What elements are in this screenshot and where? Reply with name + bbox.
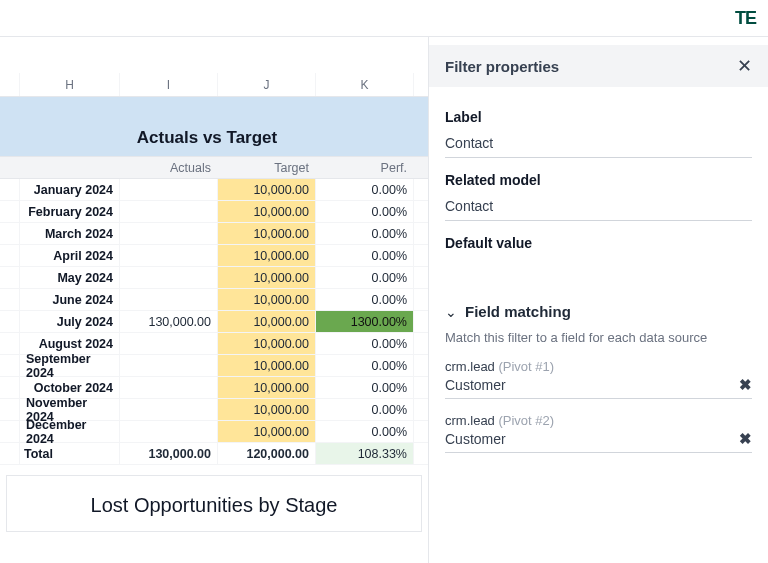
actuals-cell[interactable]: [120, 377, 218, 398]
perf-cell[interactable]: 0.00%: [316, 289, 414, 310]
data-row: May 202410,000.000.00%: [0, 267, 428, 289]
total-label[interactable]: Total: [20, 443, 120, 464]
month-cell[interactable]: July 2024: [20, 311, 120, 332]
related-model-group: Related model: [445, 172, 752, 221]
actuals-cell[interactable]: [120, 179, 218, 200]
remove-icon[interactable]: ✖: [739, 430, 752, 448]
default-value-group: Default value: [445, 235, 752, 251]
match-pivot: (Pivot #2): [498, 413, 554, 428]
related-model-label: Related model: [445, 172, 752, 188]
target-cell[interactable]: 10,000.00: [218, 223, 316, 244]
field-matching-header[interactable]: ⌄ Field matching: [445, 303, 752, 320]
match-value: Customer: [445, 431, 506, 447]
month-cell[interactable]: June 2024: [20, 289, 120, 310]
actuals-cell[interactable]: [120, 355, 218, 376]
main: H I J K Actuals vs Target Actuals Target…: [0, 37, 768, 563]
panel-body: Label Related model Default value ⌄ Fiel…: [429, 87, 768, 461]
target-cell[interactable]: 10,000.00: [218, 289, 316, 310]
grid-body: Actuals vs Target Actuals Target Perf. J…: [0, 97, 428, 563]
target-cell[interactable]: 10,000.00: [218, 179, 316, 200]
column-header[interactable]: K: [316, 73, 414, 96]
match-value: Customer: [445, 377, 506, 393]
total-target[interactable]: 120,000.00: [218, 443, 316, 464]
perf-cell[interactable]: 0.00%: [316, 179, 414, 200]
month-cell[interactable]: February 2024: [20, 201, 120, 222]
remove-icon[interactable]: ✖: [739, 376, 752, 394]
topbar: TE: [0, 0, 768, 36]
month-cell[interactable]: May 2024: [20, 267, 120, 288]
target-cell[interactable]: 10,000.00: [218, 267, 316, 288]
chevron-down-icon: ⌄: [445, 304, 457, 320]
match-title: crm.lead (Pivot #2): [445, 413, 752, 428]
app-logo: TE: [735, 8, 756, 29]
label-field-group: Label: [445, 109, 752, 158]
label-input[interactable]: [445, 131, 752, 158]
sub-header-row: Actuals Target Perf.: [0, 157, 428, 179]
month-cell[interactable]: September 2024: [20, 355, 120, 376]
data-row: June 202410,000.000.00%: [0, 289, 428, 311]
actuals-cell[interactable]: [120, 201, 218, 222]
target-cell[interactable]: 10,000.00: [218, 355, 316, 376]
actuals-cell[interactable]: [120, 421, 218, 442]
target-cell[interactable]: 10,000.00: [218, 245, 316, 266]
match-row[interactable]: Customer✖: [445, 428, 752, 453]
data-row: March 202410,000.000.00%: [0, 223, 428, 245]
field-match-group: crm.lead (Pivot #1)Customer✖: [445, 359, 752, 399]
total-perf[interactable]: 108.33%: [316, 443, 414, 464]
field-matching-desc: Match this filter to a field for each da…: [445, 330, 752, 345]
perf-cell[interactable]: 0.00%: [316, 355, 414, 376]
data-row: December 202410,000.000.00%: [0, 421, 428, 443]
perf-cell[interactable]: 0.00%: [316, 245, 414, 266]
match-model: crm.lead: [445, 413, 495, 428]
chart-card[interactable]: Lost Opportunities by Stage: [6, 475, 422, 532]
month-cell[interactable]: April 2024: [20, 245, 120, 266]
column-header[interactable]: I: [120, 73, 218, 96]
column-headers: H I J K: [0, 73, 428, 97]
total-actuals[interactable]: 130,000.00: [120, 443, 218, 464]
month-cell[interactable]: March 2024: [20, 223, 120, 244]
close-icon[interactable]: ✕: [737, 55, 752, 77]
match-row[interactable]: Customer✖: [445, 374, 752, 399]
perf-cell[interactable]: 0.00%: [316, 421, 414, 442]
actuals-cell[interactable]: [120, 333, 218, 354]
month-cell[interactable]: December 2024: [20, 421, 120, 442]
target-cell[interactable]: 10,000.00: [218, 399, 316, 420]
actuals-cell[interactable]: [120, 245, 218, 266]
data-row: February 202410,000.000.00%: [0, 201, 428, 223]
target-cell[interactable]: 10,000.00: [218, 311, 316, 332]
actuals-cell[interactable]: [120, 223, 218, 244]
target-cell[interactable]: 10,000.00: [218, 333, 316, 354]
column-header[interactable]: H: [20, 73, 120, 96]
actuals-cell[interactable]: [120, 267, 218, 288]
match-title: crm.lead (Pivot #1): [445, 359, 752, 374]
chart-title: Lost Opportunities by Stage: [91, 494, 338, 516]
data-row: September 202410,000.000.00%: [0, 355, 428, 377]
target-cell[interactable]: 10,000.00: [218, 377, 316, 398]
column-header-blank[interactable]: [0, 73, 20, 96]
perf-cell[interactable]: 0.00%: [316, 399, 414, 420]
total-row: Total 130,000.00 120,000.00 108.33%: [0, 443, 428, 465]
target-cell[interactable]: 10,000.00: [218, 201, 316, 222]
target-cell[interactable]: 10,000.00: [218, 421, 316, 442]
spreadsheet-pane: H I J K Actuals vs Target Actuals Target…: [0, 37, 428, 563]
month-cell[interactable]: January 2024: [20, 179, 120, 200]
perf-cell[interactable]: 1300.00%: [316, 311, 414, 332]
perf-cell[interactable]: 0.00%: [316, 201, 414, 222]
match-model: crm.lead: [445, 359, 495, 374]
actuals-cell[interactable]: 130,000.00: [120, 311, 218, 332]
panel-header: Filter properties ✕: [429, 45, 768, 87]
header-perf: Perf.: [316, 157, 414, 178]
related-model-input[interactable]: [445, 194, 752, 221]
label-field-label: Label: [445, 109, 752, 125]
perf-cell[interactable]: 0.00%: [316, 377, 414, 398]
section-header: Actuals vs Target: [0, 97, 428, 157]
perf-cell[interactable]: 0.00%: [316, 333, 414, 354]
perf-cell[interactable]: 0.00%: [316, 223, 414, 244]
match-pivot: (Pivot #1): [498, 359, 554, 374]
default-value-label: Default value: [445, 235, 752, 251]
perf-cell[interactable]: 0.00%: [316, 267, 414, 288]
panel-title: Filter properties: [445, 58, 559, 75]
actuals-cell[interactable]: [120, 399, 218, 420]
column-header[interactable]: J: [218, 73, 316, 96]
actuals-cell[interactable]: [120, 289, 218, 310]
